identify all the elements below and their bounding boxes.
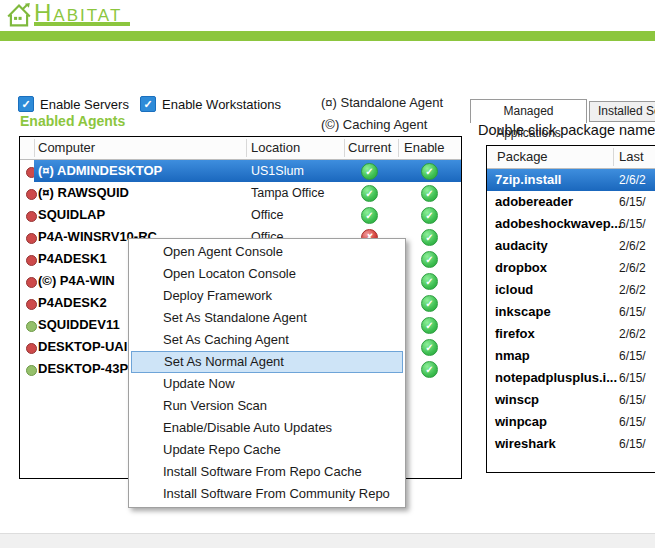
package-table-row[interactable]: icloud 2/6/2 [487,279,655,301]
package-table-row[interactable]: inkscape 6/15/ [487,301,655,323]
agent-location: Tampa Office [251,186,324,200]
package-name: dropbox [495,260,547,275]
packages-table: Package Last 7zip.install 2/6/2 adoberea… [486,145,655,473]
package-name: winscp [495,392,539,407]
package-last-date: 6/15/ [619,415,646,429]
context-menu-item[interactable]: Set As Normal Agent [131,351,403,373]
package-last-date: 6/15/ [619,217,646,231]
enable-toggle-icon[interactable]: ✓ [421,273,438,290]
package-name: firefox [495,326,535,341]
habitat-house-icon [6,2,32,29]
agent-table-row[interactable]: SQUIDLAP Office ✓ ✓ [20,204,461,226]
package-table-row[interactable]: firefox 2/6/2 [487,323,655,345]
enable-toggle-icon[interactable]: ✓ [421,207,438,224]
enable-toggle-icon[interactable]: ✓ [421,339,438,356]
enable-toggle-icon[interactable]: ✓ [421,251,438,268]
agent-computer-name: P4ADESK1 [38,251,107,266]
context-menu-item[interactable]: Run Version Scan [131,395,403,417]
agent-context-menu: Open Agent Console Open Locaton Console … [128,238,406,508]
column-header-last[interactable]: Last [619,146,644,168]
package-name: nmap [495,348,530,363]
agents-table-header: Computer Location Current Enable [20,137,461,160]
package-last-date: 6/15/ [619,195,646,209]
packages-table-header: Package Last [487,146,655,169]
legend-caching-agent: (©) Caching Agent [321,117,427,132]
column-header-computer[interactable]: Computer [38,137,95,159]
context-menu-item[interactable]: Set As Standalone Agent [131,307,403,329]
package-name: notepadplusplus.i... [495,370,617,385]
enable-servers-checkbox[interactable]: ✓ [18,96,34,112]
habitat-app-window: Habitat ✓ Enable Servers ✓ Enable Workst… [0,0,655,548]
package-last-date: 6/15/ [619,437,646,451]
agent-location: US1Slum [251,164,304,178]
package-last-date: 2/6/2 [619,283,646,297]
header-accent-bar [0,31,655,41]
enable-workstations-label: Enable Workstations [162,97,281,112]
enable-toggle-icon[interactable]: ✓ [421,361,438,378]
column-header-enable[interactable]: Enable [404,137,444,159]
package-name: audacity [495,238,548,253]
status-bar [0,533,655,548]
context-menu-item[interactable]: Deploy Framework [131,285,403,307]
header-divider [344,139,345,157]
agent-computer-name: (¤) RAWSQUID [38,185,129,200]
agent-table-row[interactable]: (¤) RAWSQUID Tampa Office ✓ ✓ [20,182,461,204]
agent-computer-name: (¤) ADMINDESKTOP [38,163,162,178]
enable-toggle-icon[interactable]: ✓ [421,317,438,334]
package-table-row[interactable]: audacity 2/6/2 [487,235,655,257]
enable-toggle-icon[interactable]: ✓ [421,229,438,246]
context-menu-item[interactable]: Enable/Disable Auto Updates [131,417,403,439]
context-menu-item[interactable]: Install Software From Community Repo [131,483,403,505]
package-table-row[interactable]: adobeshockwavep... 6/15/ [487,213,655,235]
agent-table-row[interactable]: (¤) ADMINDESKTOP US1Slum ✓ ✓ [20,160,461,182]
package-name: adobereader [495,194,573,209]
agent-computer-name: P4ADESK2 [38,295,107,310]
package-last-date: 2/6/2 [619,173,646,187]
enable-toggle-icon[interactable]: ✓ [421,295,438,312]
column-header-location[interactable]: Location [251,137,300,159]
tab-installed-software[interactable]: Installed So [589,101,655,122]
enable-servers-label: Enable Servers [40,97,129,112]
header-divider [398,139,399,157]
package-name: wireshark [495,436,556,451]
package-table-row[interactable]: winscp 6/15/ [487,389,655,411]
agent-computer-name: SQUIDDEV11 [38,317,120,332]
enable-toggle-icon[interactable]: ✓ [421,185,438,202]
context-menu-item[interactable]: Open Locaton Console [131,263,403,285]
current-status-icon: ✓ [361,185,378,202]
package-last-date: 2/6/2 [619,239,646,253]
package-last-date: 2/6/2 [619,327,646,341]
enable-toggle-icon[interactable]: ✓ [421,163,438,180]
package-table-row[interactable]: wireshark 6/15/ [487,433,655,455]
context-menu-item[interactable]: Update Now [131,373,403,395]
package-table-row[interactable]: notepadplusplus.i... 6/15/ [487,367,655,389]
package-last-date: 6/15/ [619,349,646,363]
current-status-icon: ✓ [361,207,378,224]
legend-standalone-agent: (¤) Standalone Agent [321,95,443,110]
package-table-row[interactable]: dropbox 2/6/2 [487,257,655,279]
package-table-row[interactable]: winpcap 6/15/ [487,411,655,433]
context-menu-item[interactable]: Install Software From Repo Cache [131,461,403,483]
column-header-current[interactable]: Current [348,137,391,159]
package-table-row[interactable]: adobereader 6/15/ [487,191,655,213]
header-divider [34,139,35,157]
package-table-row[interactable]: nmap 6/15/ [487,345,655,367]
package-last-date: 6/15/ [619,371,646,385]
context-menu-item[interactable]: Set As Caching Agent [131,329,403,351]
package-name: adobeshockwavep... [495,216,621,231]
column-header-package[interactable]: Package [497,146,548,168]
tab-managed-applications[interactable]: Managed Applications [470,99,587,123]
header-divider [246,139,247,157]
package-name: winpcap [495,414,547,429]
agent-computer-name: SQUIDLAP [38,207,105,222]
enable-workstations-checkbox[interactable]: ✓ [140,96,156,112]
context-menu-item[interactable]: Open Agent Console [131,241,403,263]
current-status-icon: ✓ [361,163,378,180]
context-menu-item[interactable]: Update Repo Cache [131,439,403,461]
package-last-date: 6/15/ [619,305,646,319]
package-last-date: 2/6/2 [619,261,646,275]
agent-computer-name: DESKTOP-UAI [38,339,127,354]
agent-location: Office [251,208,283,222]
package-table-row[interactable]: 7zip.install 2/6/2 [487,169,655,191]
header-divider [613,148,614,166]
